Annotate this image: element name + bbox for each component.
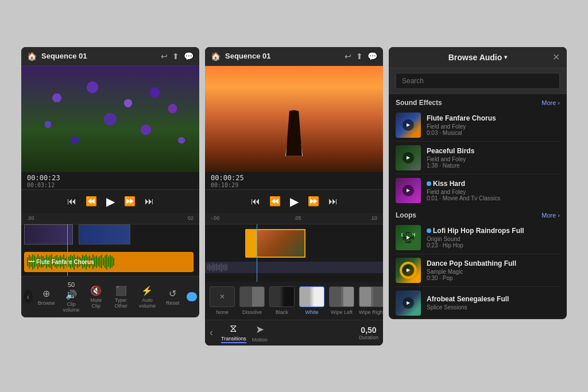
- toolbar-auto-volume[interactable]: ⚡ Auto volume: [136, 284, 159, 310]
- close-button[interactable]: ✕: [552, 52, 560, 63]
- reset-icon: ↺: [169, 288, 176, 299]
- play-icon-afro[interactable]: ▶: [403, 297, 414, 309]
- audio-source-birds: Field and Foley: [427, 156, 560, 162]
- audio-info-kiss: Kiss Hard Field and Foley 0:01 · Movie A…: [427, 180, 560, 201]
- audio-details-flute: 0:03 · Musical: [427, 130, 560, 136]
- audio-clip-1[interactable]: @keyframes none {}: [24, 252, 194, 272]
- transition-thumb-wipe-left: [329, 286, 354, 307]
- sound-effects-more[interactable]: More ›: [541, 99, 560, 106]
- browse-header: Browse Audio ▾ ✕: [389, 47, 567, 68]
- sound-effects-header: Sound Effects More ›: [389, 94, 567, 109]
- play-btn-2[interactable]: ▶: [290, 195, 299, 208]
- clip-thumb-wedding: [255, 230, 304, 257]
- timecode-main-1: 00:00:23: [27, 174, 194, 182]
- transition-dissolve[interactable]: Dissolve: [239, 286, 265, 315]
- skip-to-end-btn[interactable]: ⏭: [145, 196, 154, 207]
- badge-lofi: [427, 228, 431, 233]
- timeline-area-2[interactable]: [205, 224, 383, 282]
- loops-header: Loops More ›: [389, 207, 567, 222]
- toolbar-mute[interactable]: 🔇 Mute Clip: [86, 284, 106, 310]
- skip-to-start-btn[interactable]: ⏮: [67, 196, 76, 207]
- play-icon-flute[interactable]: ▶: [403, 119, 414, 131]
- share-icon-2[interactable]: ⬆: [356, 52, 363, 61]
- audio-thumb-birds: ▶: [396, 145, 421, 170]
- audio-info-afro: Afrobeat Senegalese Full Splice Sessions: [427, 295, 560, 311]
- back-arrow-1[interactable]: ‹: [24, 290, 33, 304]
- video-bg-wedding: [205, 66, 383, 172]
- action-duration: 0,50 Duration: [359, 325, 378, 340]
- panel-header-2: 🏠 Sequence 01 ↩ ⬆ 💬: [205, 47, 383, 66]
- skip-to-end-btn-2[interactable]: ⏭: [328, 196, 338, 207]
- comment-icon-1[interactable]: 💬: [184, 52, 194, 61]
- playhead-1: [67, 224, 68, 276]
- undo-icon-1[interactable]: ↩: [161, 52, 168, 61]
- toolbar-reset[interactable]: ↺ Reset: [163, 287, 183, 307]
- ruler-mark-start-2: -:00: [211, 215, 220, 221]
- panel-title-1: Sequence 01: [41, 52, 156, 60]
- audio-name-afro: Afrobeat Senegalese Full: [427, 295, 560, 303]
- audio-name-dance: Dance Pop Sunbathing Full: [427, 259, 560, 267]
- comment-icon-2[interactable]: 💬: [368, 52, 377, 61]
- timecode-secondary-2: 00:10:29: [211, 182, 377, 188]
- transition-wipe-right[interactable]: Wipe Right: [359, 286, 383, 315]
- play-btn-1[interactable]: ▶: [106, 195, 115, 208]
- toolbar-browse[interactable]: ⊕ Browse: [36, 287, 57, 307]
- video-preview-2: [205, 66, 383, 172]
- transition-black[interactable]: Black: [269, 286, 295, 315]
- transition-thumb-white: [299, 286, 324, 307]
- undo-icon-2[interactable]: ↩: [345, 52, 351, 61]
- audio-details-dance: 0:30 · Pop: [427, 275, 560, 281]
- audio-item-birds[interactable]: ▶ Peaceful Birds Field and Foley 1:38 · …: [389, 142, 567, 174]
- chevron-down-icon: ▾: [504, 54, 507, 60]
- audio-details-lofi: 0:23 · Hip Hop: [427, 242, 560, 249]
- video-clip-wedding: [254, 229, 305, 258]
- audio-item-dance[interactable]: ▶ Dance Pop Sunbathing Full Sample Magic…: [389, 254, 567, 286]
- motion-icon: ➤: [256, 323, 264, 336]
- audio-details-birds: 1:38 · Nature: [427, 162, 560, 169]
- skip-to-start-btn-2[interactable]: ⏮: [251, 196, 260, 207]
- audio-source-dance: Sample Magic: [427, 269, 560, 275]
- panel-browse-audio: Browse Audio ▾ ✕ Sound Effects More › ▶ …: [389, 47, 567, 319]
- audio-info-birds: Peaceful Birds Field and Foley 1:38 · Na…: [427, 147, 560, 169]
- play-icon-kiss[interactable]: ▶: [403, 185, 414, 196]
- audio-info-flute: Flute Fanfare Chorus Field and Foley 0:0…: [427, 114, 560, 136]
- play-icon-dance[interactable]: ▶: [403, 265, 414, 276]
- step-forward-btn-2[interactable]: ⏩: [308, 196, 319, 207]
- audio-item-lofi[interactable]: LUSH LO-fi ▶ Lofi Hip Hop Raindrops Full…: [389, 222, 567, 254]
- step-back-btn-2[interactable]: ⏪: [269, 196, 281, 207]
- toggle-switch[interactable]: [187, 292, 197, 301]
- transition-none[interactable]: ✕ None: [210, 286, 235, 315]
- ruler-mark-mid-2: .05: [294, 215, 301, 221]
- audio-item-kiss[interactable]: ▶ Kiss Hard Field and Foley 0:01 · Movie…: [389, 174, 567, 207]
- audio-item-flute[interactable]: ▶ Flute Fanfare Chorus Field and Foley 0…: [389, 109, 567, 141]
- toolbar-type[interactable]: ⬛ Type: Other: [110, 284, 132, 310]
- badge-kiss: [427, 181, 431, 186]
- search-input[interactable]: [396, 73, 560, 89]
- step-forward-btn[interactable]: ⏩: [124, 196, 136, 207]
- back-btn-2[interactable]: ‹: [210, 327, 213, 339]
- audio-track-2: [205, 262, 383, 273]
- toolbar-clip-volume[interactable]: 50 🔊 Clip volume: [60, 280, 83, 314]
- action-motion[interactable]: ➤ Motion: [252, 323, 268, 343]
- type-icon: ⬛: [115, 285, 127, 296]
- loops-more[interactable]: More ›: [541, 212, 560, 219]
- action-transitions[interactable]: ⧖ Transitions: [221, 323, 246, 343]
- step-back-btn[interactable]: ⏪: [86, 196, 97, 207]
- audio-item-afro[interactable]: ▶ Afrobeat Senegalese Full Splice Sessio…: [389, 287, 567, 319]
- timecode-main-2: 00:00:25: [211, 174, 377, 182]
- ruler-mark-start: .00: [27, 215, 34, 221]
- transition-white[interactable]: White: [299, 286, 324, 315]
- play-icon-birds[interactable]: ▶: [403, 152, 414, 164]
- share-icon-1[interactable]: ⬆: [172, 52, 179, 61]
- panel-header-1: 🏠 Sequence 01 ↩ ⬆ 💬: [21, 47, 199, 66]
- audio-info-dance: Dance Pop Sunbathing Full Sample Magic 0…: [427, 259, 560, 281]
- duration-label: Duration: [359, 335, 378, 340]
- transition-wipe-left[interactable]: Wipe Left: [329, 286, 354, 315]
- audio-name-kiss: Kiss Hard: [427, 180, 560, 188]
- timeline-area-1[interactable]: @keyframes none {}: [21, 224, 199, 276]
- home-icon-2[interactable]: 🏠: [211, 52, 220, 61]
- bottom-toolbar-1: ‹ ⊕ Browse 50 🔊 Clip volume 🔇 Mute Clip …: [21, 276, 199, 317]
- home-icon-1[interactable]: 🏠: [27, 52, 37, 61]
- audio-info-lofi: Lofi Hip Hop Raindrops Full Origin Sound…: [427, 227, 560, 249]
- play-icon-lofi[interactable]: ▶: [403, 232, 414, 243]
